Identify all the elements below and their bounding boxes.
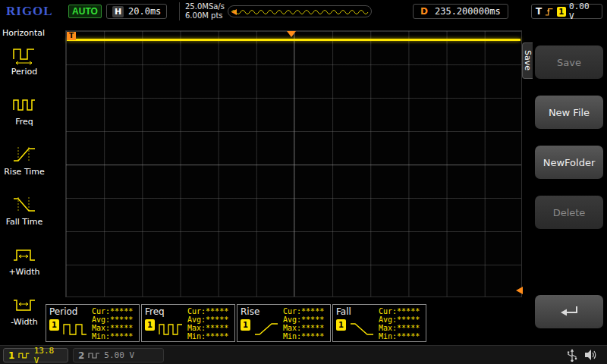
sidebar-item-label: Freq <box>0 117 49 127</box>
measurement-max: Max:***** <box>283 324 324 332</box>
channel-2-scale: 5.00 V <box>104 350 134 360</box>
minus-width-icon <box>11 293 37 316</box>
trigger-label: T <box>536 6 542 17</box>
sidebar-item-label: Fall Time <box>0 217 49 227</box>
measurement-max: Max:***** <box>92 324 133 332</box>
sample-rate: 25.0MSa/s <box>185 2 225 11</box>
horizontal-timebase-box[interactable]: H 20.0ms <box>106 4 167 19</box>
speaker-icon <box>584 349 598 361</box>
trigger-delay-box[interactable]: D 235.200000ms <box>413 4 508 19</box>
measurement-name: Period <box>49 306 77 317</box>
measurement-panel-freq: Freq 1 Cur:***** Avg:***** Max:***** Min… <box>141 304 235 342</box>
measurement-panel-period: Period 1 Cur:***** Avg:***** Max:***** M… <box>46 304 140 342</box>
measurement-source-chip: 1 <box>49 319 59 331</box>
measurement-panel-rise: Rise 1 Cur:***** Avg:***** Max:***** Min… <box>237 304 331 342</box>
trigger-slope-icon <box>545 7 553 17</box>
trigger-level-value: 0.00 V <box>569 2 598 21</box>
measurement-max: Max:***** <box>379 324 420 332</box>
measurement-avg: Avg:***** <box>92 315 133 324</box>
sidebar-item-plus-width[interactable]: +Width <box>0 243 49 290</box>
acquisition-info: 25.0MSa/s 6.00M pts <box>179 2 225 20</box>
sidebar-item-label: +Width <box>0 267 49 277</box>
trigger-offscreen-marker: T <box>67 32 76 40</box>
delay-label: D <box>420 6 428 17</box>
measurement-cur: Cur:***** <box>187 307 228 315</box>
delete-button[interactable]: Delete <box>535 196 603 229</box>
trigger-position-marker[interactable] <box>287 31 296 37</box>
measurement-values: Cur:***** Avg:***** Max:***** Min:***** <box>92 307 133 340</box>
period-waveform-icon <box>62 319 88 339</box>
measurement-min: Min:***** <box>187 332 228 340</box>
measurement-avg: Avg:***** <box>187 315 228 324</box>
sidebar-item-label: Period <box>0 67 49 77</box>
plus-width-icon <box>11 243 37 266</box>
save-button[interactable]: Save <box>535 46 603 79</box>
sidebar-item-period[interactable]: Period <box>0 42 49 89</box>
horizontal-measure-sidebar: Horizontal Period Freq Rise Time <box>0 23 49 345</box>
channel-2-status[interactable]: 2 5.00 V <box>73 348 164 362</box>
measurement-values: Cur:***** Avg:***** Max:***** Min:***** <box>187 307 228 340</box>
measurement-max: Max:***** <box>187 324 228 332</box>
run-status-badge: AUTO <box>68 5 102 18</box>
bottom-status-bar: 1 13.8 V 2 5.00 V <box>0 345 607 364</box>
trigger-source-chip: 1 <box>557 7 566 17</box>
channel-1-scale: 13.8 V <box>34 346 63 364</box>
measurement-avg: Avg:***** <box>379 315 420 324</box>
menu-tab-save: Save <box>522 42 533 79</box>
measurement-name: Freq <box>145 306 165 317</box>
measurement-min: Min:***** <box>379 332 420 340</box>
preview-waveform-icon <box>230 7 371 17</box>
measurement-avg: Avg:***** <box>283 315 324 324</box>
measurement-cur: Cur:***** <box>379 307 420 315</box>
channel-waveform-icon <box>88 352 100 359</box>
fall-time-icon <box>11 193 37 216</box>
measurement-min: Min:***** <box>92 332 133 340</box>
measurement-name: Fall <box>336 306 351 317</box>
grid-center-vertical <box>294 31 294 297</box>
oscilloscope-ui: RIGOL AUTO H 20.0ms 25.0MSa/s 6.00M pts … <box>0 0 607 364</box>
channel-1-number: 1 <box>8 350 14 361</box>
rise-time-icon <box>11 143 37 166</box>
sidebar-item-fall-time[interactable]: Fall Time <box>0 193 49 240</box>
delay-value: 235.200000ms <box>435 6 501 17</box>
waveform-preview-strip <box>228 5 372 17</box>
channel-2-number: 2 <box>78 350 84 361</box>
measurement-cur: Cur:***** <box>92 307 133 315</box>
sidebar-item-minus-width[interactable]: -Width <box>0 293 49 340</box>
new-folder-button[interactable]: NewFolder <box>535 146 603 179</box>
channel-1-status[interactable]: 1 13.8 V <box>3 348 68 362</box>
rigol-logo: RIGOL <box>6 4 53 19</box>
measurement-source-chip: 1 <box>145 319 155 331</box>
sidebar-title: Horizontal <box>2 28 45 38</box>
graticule: T <box>65 30 522 297</box>
rise-edge-icon <box>253 319 279 339</box>
measurement-source-chip: 1 <box>241 319 250 331</box>
measurement-name: Rise <box>241 306 259 317</box>
enter-arrow-icon <box>558 303 580 320</box>
trigger-level-marker[interactable] <box>516 287 523 294</box>
usb-icon <box>566 349 578 362</box>
grid-center-horizontal <box>66 165 521 165</box>
sidebar-item-rise-time[interactable]: Rise Time <box>0 143 49 190</box>
channel-waveform-icon <box>18 352 30 359</box>
measurement-panel-fall: Fall 1 Cur:***** Avg:***** Max:***** Min… <box>332 304 426 342</box>
period-icon <box>11 43 37 66</box>
top-bar: RIGOL AUTO H 20.0ms 25.0MSa/s 6.00M pts … <box>0 0 607 23</box>
measurement-cur: Cur:***** <box>283 307 324 315</box>
memory-depth: 6.00M pts <box>185 11 225 20</box>
measurement-values: Cur:***** Avg:***** Max:***** Min:***** <box>379 307 420 340</box>
freq-waveform-icon <box>158 319 184 339</box>
measurement-min: Min:***** <box>283 332 324 340</box>
fall-edge-icon <box>349 319 375 339</box>
sidebar-item-label: -Width <box>0 317 49 327</box>
measurement-source-chip: 1 <box>336 319 346 331</box>
horizontal-label: H <box>112 6 124 17</box>
timebase-value: 20.0ms <box>128 6 161 17</box>
sidebar-item-freq[interactable]: Freq <box>0 93 49 140</box>
trigger-info-box[interactable]: T 1 0.00 V <box>531 4 602 19</box>
freq-icon <box>11 93 37 116</box>
new-file-button[interactable]: New File <box>535 96 603 129</box>
ch1-trace <box>67 39 521 41</box>
measurement-values: Cur:***** Avg:***** Max:***** Min:***** <box>283 307 324 340</box>
back-button[interactable] <box>535 295 603 328</box>
